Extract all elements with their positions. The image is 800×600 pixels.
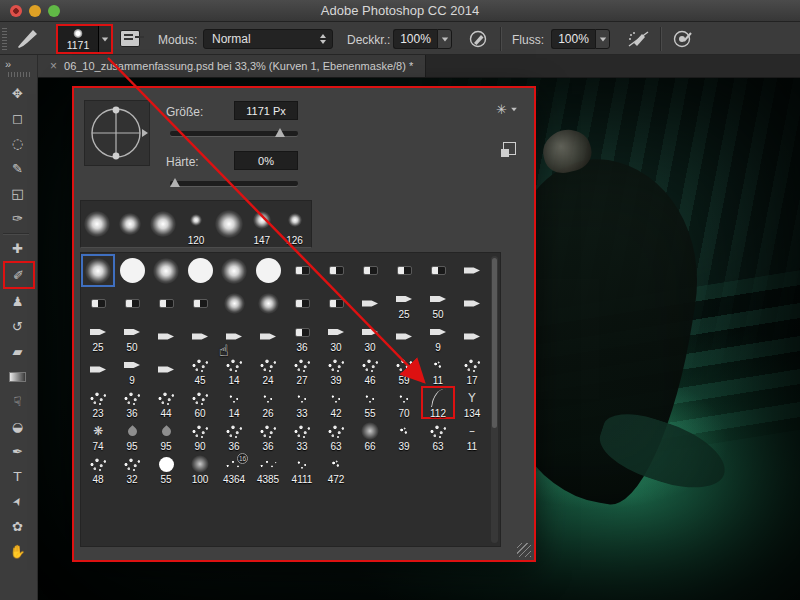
dodge-tool-button[interactable]: ◒: [3, 414, 33, 439]
brush-preset-63[interactable]: 63: [421, 419, 455, 452]
move-tool-button[interactable]: ✥: [3, 81, 33, 106]
brush-preset-30[interactable]: 30: [319, 320, 353, 353]
airbrush-icon[interactable]: [626, 29, 652, 49]
opacity-dropdown-button[interactable]: [437, 29, 452, 49]
brush-preset[interactable]: [285, 287, 319, 320]
flow-dropdown-button[interactable]: [595, 29, 610, 49]
brush-preset-4385[interactable]: 4385: [251, 452, 285, 485]
brush-preset[interactable]: [251, 254, 285, 287]
healing-brush-tool-button[interactable]: ✚: [3, 236, 33, 261]
brush-preset-36[interactable]: 36: [115, 386, 149, 419]
brush-preset-45[interactable]: 45: [183, 353, 217, 386]
brush-preset[interactable]: [455, 254, 489, 287]
options-bar-grip[interactable]: [2, 28, 7, 50]
brush-preset[interactable]: [421, 254, 455, 287]
brush-preset[interactable]: [149, 320, 183, 353]
brush-tool-button[interactable]: ✐: [3, 261, 35, 289]
brush-preset[interactable]: [251, 320, 285, 353]
brush-preset-24[interactable]: 24: [251, 353, 285, 386]
brush-preset-74[interactable]: ❋74: [81, 419, 115, 452]
custom-shape-tool-button[interactable]: ✿: [3, 514, 33, 539]
brush-preset-25[interactable]: 25: [387, 287, 421, 320]
brush-preset-90[interactable]: 90: [183, 419, 217, 452]
brush-preset-36[interactable]: 36: [285, 320, 319, 353]
scrollbar-thumb[interactable]: [492, 258, 497, 428]
brush-preset-46[interactable]: 46: [353, 353, 387, 386]
brush-preset-14[interactable]: 14: [217, 353, 251, 386]
gradient-tool-button[interactable]: [3, 364, 33, 389]
zoom-window-button[interactable]: [48, 5, 60, 17]
hardness-value-field[interactable]: 0%: [234, 151, 298, 170]
recent-brush-120[interactable]: 120: [180, 201, 213, 247]
brush-preset-25[interactable]: 25: [81, 320, 115, 353]
brush-preset-26[interactable]: 26: [251, 386, 285, 419]
brush-preset[interactable]: [285, 254, 319, 287]
brush-preset-48[interactable]: 48: [81, 452, 115, 485]
brush-preset-picker-button[interactable]: 1171: [58, 26, 99, 52]
brush-preset[interactable]: [149, 254, 183, 287]
brush-preset-33[interactable]: 33: [285, 419, 319, 452]
brush-preset[interactable]: [81, 287, 115, 320]
quick-selection-tool-button[interactable]: ✎: [3, 156, 33, 181]
recent-brush-147[interactable]: 147: [245, 201, 278, 247]
brush-preset[interactable]: [455, 287, 489, 320]
brush-preset-9[interactable]: 9: [421, 320, 455, 353]
hardness-slider-thumb[interactable]: [170, 178, 180, 187]
brush-preset-134[interactable]: Y134: [455, 386, 489, 419]
clone-stamp-tool-button[interactable]: ♟: [3, 289, 33, 314]
brush-preset-55[interactable]: 55: [149, 452, 183, 485]
lasso-tool-button[interactable]: ◌: [3, 131, 33, 156]
brush-preset[interactable]: [319, 254, 353, 287]
brush-preset-dropdown-button[interactable]: [99, 26, 111, 52]
pressure-size-icon[interactable]: [672, 29, 694, 49]
scrollbar[interactable]: [491, 256, 498, 543]
hardness-slider[interactable]: [170, 181, 298, 186]
brush-preset-50[interactable]: 50: [421, 287, 455, 320]
brush-preset-112[interactable]: 112: [421, 386, 455, 419]
brush-preset-70[interactable]: 70: [387, 386, 421, 419]
brush-preset-95[interactable]: 95: [115, 419, 149, 452]
brush-preset[interactable]: [81, 254, 115, 287]
crop-tool-button[interactable]: ◱: [3, 181, 33, 206]
recent-brush[interactable]: [114, 201, 147, 247]
brush-preset-36[interactable]: 36: [217, 419, 251, 452]
hand-tool-button[interactable]: ✋: [3, 539, 33, 564]
brush-preset-66[interactable]: 66: [353, 419, 387, 452]
brush-preset-4111[interactable]: 4111: [285, 452, 319, 485]
collapse-toolbar-button[interactable]: »: [0, 55, 11, 70]
brush-preset-472[interactable]: 472: [319, 452, 353, 485]
brush-preset[interactable]: [353, 287, 387, 320]
brush-preset-9[interactable]: 9: [115, 353, 149, 386]
brush-preset-39[interactable]: 39: [319, 353, 353, 386]
eyedropper-tool-button[interactable]: ✑: [3, 206, 33, 231]
panel-menu-button[interactable]: ✳: [496, 102, 518, 117]
toggle-brush-panel-button[interactable]: [120, 30, 140, 47]
size-value-field[interactable]: 1171 Px: [234, 101, 298, 120]
brush-preset-44[interactable]: 44: [149, 386, 183, 419]
recent-brush[interactable]: [147, 201, 180, 247]
brush-preset-39[interactable]: 39: [387, 419, 421, 452]
panel-resize-grip[interactable]: [517, 543, 531, 557]
brush-preset[interactable]: [183, 320, 217, 353]
close-tab-icon[interactable]: ×: [50, 59, 57, 73]
brush-preset-36[interactable]: 36: [251, 419, 285, 452]
brush-preset-14[interactable]: 14: [217, 386, 251, 419]
minimize-window-button[interactable]: [29, 5, 41, 17]
brush-preset[interactable]: [387, 320, 421, 353]
brush-preset[interactable]: [217, 287, 251, 320]
history-brush-tool-button[interactable]: ↺: [3, 314, 33, 339]
brush-preset-33[interactable]: 33: [285, 386, 319, 419]
opacity-field[interactable]: 100%: [393, 29, 437, 49]
brush-preset-30[interactable]: 30: [353, 320, 387, 353]
recent-brush-126[interactable]: 126: [278, 201, 311, 247]
brush-preset-11[interactable]: 11: [421, 353, 455, 386]
size-slider[interactable]: [170, 131, 298, 136]
marquee-tool-button[interactable]: ◻: [3, 106, 33, 131]
recent-brush[interactable]: [212, 201, 245, 247]
brush-tool-icon[interactable]: [13, 28, 41, 50]
brush-preset-100[interactable]: 100: [183, 452, 217, 485]
brush-preset-55[interactable]: 55: [353, 386, 387, 419]
pen-tool-button[interactable]: ✒: [3, 439, 33, 464]
brush-preset[interactable]: [149, 287, 183, 320]
create-new-brush-icon[interactable]: [503, 142, 516, 155]
